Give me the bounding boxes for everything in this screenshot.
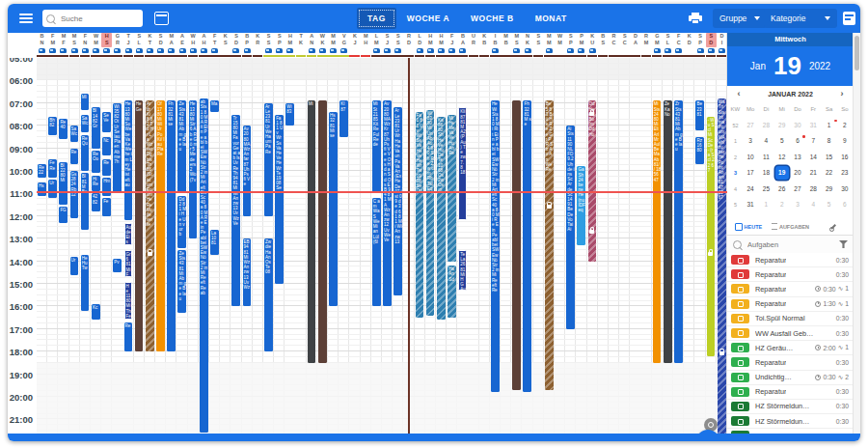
schedule-event[interactable]: Re 22	[38, 164, 46, 178]
resource-header[interactable]: KD	[684, 33, 694, 47]
calendar-day[interactable]: 5	[775, 134, 789, 148]
resource-header[interactable]: DA	[630, 33, 640, 47]
schedule-event[interactable]: Ka 86 80 Sh He Ve Hu De Te 10 68 Os 2w O…	[437, 117, 446, 321]
resource-header[interactable]: SP	[694, 33, 705, 47]
resource-header[interactable]: SL	[663, 33, 673, 47]
calendar-day[interactable]: 4	[759, 134, 773, 148]
view-tab-woche-a[interactable]: WOCHE A	[396, 8, 460, 29]
resource-header[interactable]: SJ	[382, 33, 393, 47]
calendar-day[interactable]: 3	[744, 134, 757, 148]
calendar-day[interactable]: 18	[759, 166, 773, 180]
resource-header[interactable]: WM	[91, 33, 101, 47]
schedule-event[interactable]: Av 20 80 MA Wz Kr 87 Uh Ps fi Ve Ve Os H…	[383, 100, 392, 306]
schedule-event[interactable]: Re Qu	[81, 135, 90, 171]
resource-header[interactable]: BA	[457, 33, 468, 47]
schedule-event[interactable]: Ml	[81, 94, 90, 109]
calendar-day[interactable]: 14	[806, 151, 820, 164]
kategorie-dropdown[interactable]: Kategorie	[764, 9, 837, 28]
calendar-day[interactable]: 6	[791, 134, 804, 148]
schedule-event[interactable]: Ur	[70, 257, 79, 275]
schedule-event[interactable]	[318, 100, 327, 362]
schedule-event[interactable]: ab Sts 1 80 MA Rit Ein Pe abl bei SW Ew …	[200, 98, 208, 433]
task-row[interactable]: Toi.Spül Normal0:30	[727, 312, 854, 326]
calendar-day[interactable]: 21	[806, 166, 820, 180]
schedule-event[interactable]: Au de Eis 17 82	[124, 223, 133, 245]
schedule-event[interactable]: Ga Sh 24 be ne He (nu IDF eq	[577, 166, 585, 245]
resource-header[interactable]: SD	[231, 33, 241, 47]
calendar-day[interactable]: 28	[806, 182, 820, 196]
task-row[interactable]: Reparatur0:30	[727, 253, 854, 267]
resource-header[interactable]: MF	[58, 33, 68, 47]
calendar-day[interactable]: 10	[744, 151, 757, 164]
schedule-event[interactable]	[512, 100, 521, 390]
resource-header[interactable]: MA	[166, 33, 176, 47]
resource-header[interactable]: MM	[328, 33, 339, 47]
schedule-event[interactable]: Fa 1 81 Uv Wr Ss Va He Ve He Wr Tw 19 08…	[416, 112, 424, 318]
calendar-day[interactable]: 28	[759, 119, 773, 132]
calendar-day[interactable]: 30	[838, 182, 852, 196]
calendar-day[interactable]: 6	[838, 198, 852, 211]
schedule-event[interactable]: Wi 35 82 Ot Ur Se lau Pla en Ab me 7h	[113, 103, 122, 194]
calendar-day[interactable]: 19	[775, 166, 789, 180]
schedule-event[interactable]: Bl 81 M Be	[81, 173, 90, 230]
calendar-day[interactable]: 11	[759, 151, 773, 164]
schedule-event[interactable]: Fa 1 81 Uv Wr Ss Va He Ve He Wr Te 19 08…	[275, 115, 284, 285]
resource-header[interactable]: KJ	[349, 33, 360, 47]
calendar-day[interactable]: 3	[791, 198, 804, 211]
task-row[interactable]: Reparatur0:30	[727, 385, 854, 400]
resource-header[interactable]: RM	[641, 33, 652, 47]
schedule-event[interactable]: Zr Sts 43 81 Mi Ab m ge Be lau	[674, 100, 683, 362]
schedule-event[interactable]: He Wi Sts 1 80 Mi Rit Ein Pe abl bei SW …	[491, 100, 500, 392]
schedule-event[interactable]: Re	[70, 149, 79, 164]
schedule-event[interactable]: Mi St 21 85 Kit Re Ful Re de	[372, 100, 381, 193]
schedule-event[interactable]: He 13 80 Mi So We be Va Ke We he im Ley …	[124, 100, 133, 220]
schedule-event[interactable]: Sa Wc	[81, 115, 90, 133]
schedule-event[interactable]: Od Ho Od Bo (m Dd Ho	[588, 100, 597, 261]
schedule-event[interactable]: Re Oo	[92, 151, 100, 173]
schedule-event[interactable]: Ze Ka No	[664, 100, 672, 362]
calendar-day[interactable]: 5	[823, 198, 836, 211]
schedule-event[interactable]: Bl 14 82 Gr	[92, 107, 100, 148]
schedule-event[interactable]: EB 94 81 Mi Wz An zw 13 Uv Wz	[243, 238, 252, 306]
resource-header[interactable]: FM	[47, 33, 58, 47]
schedule-event[interactable]: Ma	[210, 100, 219, 112]
calendar-day[interactable]: 13	[791, 151, 804, 164]
schedule-event[interactable]: Zw die Ha An Os Te 08	[264, 238, 273, 351]
task-row[interactable]: HZ Geräu…2:00∿ 1	[727, 341, 854, 355]
schedule-event[interactable]: Hs	[38, 182, 46, 196]
schedule-event[interactable]: Of 17 80 Mi Wi Ur Po Ki/ lau Pla Re	[156, 100, 165, 351]
schedule-event[interactable]: Fe	[102, 198, 111, 216]
resource-header[interactable]: SL	[134, 33, 145, 47]
calendar-day[interactable]: 15	[823, 151, 836, 164]
view-tab-woche-b[interactable]: WOCHE B	[460, 8, 525, 29]
print-icon[interactable]	[689, 13, 702, 24]
task-tab-tools[interactable]	[811, 223, 854, 230]
schedule-event[interactable]: He Hu Tw	[81, 255, 90, 312]
calendar-day[interactable]: 24	[744, 182, 757, 196]
resource-header[interactable]: WM	[555, 33, 565, 47]
task-tab-heute[interactable]: HEUTE	[727, 223, 770, 231]
resource-header[interactable]: SS	[533, 33, 544, 47]
calendar-day[interactable]: 27	[744, 119, 757, 132]
schedule-event[interactable]: Gr 6 81 Mi FG Au 20	[124, 250, 133, 277]
filter-icon[interactable]	[839, 240, 848, 248]
resource-header[interactable]: BP	[242, 33, 253, 47]
resource-header[interactable]: FN	[80, 33, 91, 47]
schedule-event[interactable]: Kli 87 81 M A2 (P Au ) Te zw 7. 8 18	[458, 107, 467, 220]
schedule-event[interactable]: Rz 16 80	[695, 137, 704, 164]
clipboard-icon[interactable]	[843, 12, 855, 25]
schedule-event[interactable]: Bh 82	[48, 117, 57, 135]
schedule-event[interactable]: C am Wa S We Mi an Lül (6l	[372, 198, 381, 306]
resource-header[interactable]: MS	[69, 33, 80, 47]
resource-header[interactable]: SP	[274, 33, 285, 47]
calendar-day[interactable]: 25	[759, 182, 773, 196]
calendar-day[interactable]: 4	[806, 198, 820, 211]
schedule-event[interactable]: Bl 22 80 Mi	[59, 162, 68, 205]
calendar-day[interactable]: 26	[775, 182, 789, 196]
schedule-event[interactable]: Ze Sts 43 81 Mi Ab m ge Be lau	[177, 100, 186, 193]
search-box[interactable]	[42, 10, 143, 27]
schedule-event[interactable]: Fh 32 81 Mi se	[167, 100, 176, 351]
search-input[interactable]	[59, 14, 130, 24]
resource-header[interactable]: KB	[479, 33, 490, 47]
calendar-day[interactable]: 29	[775, 119, 789, 132]
